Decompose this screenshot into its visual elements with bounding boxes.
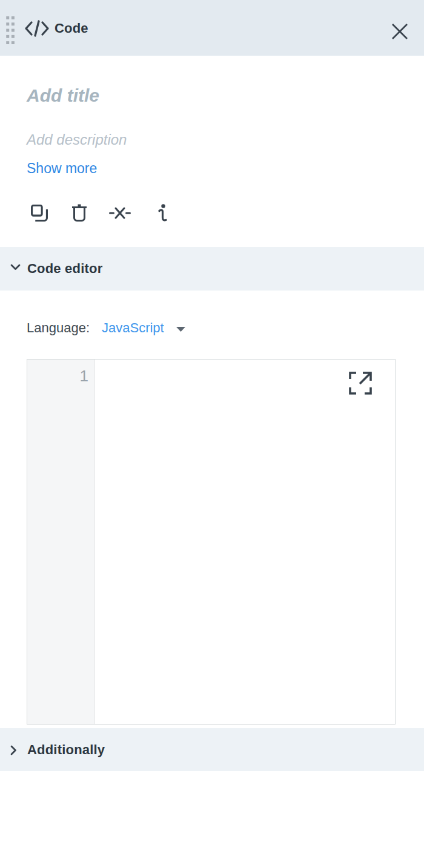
caret-down-icon <box>176 326 186 332</box>
delete-button[interactable] <box>66 200 93 226</box>
section-label: Code editor <box>27 247 102 291</box>
section-additionally[interactable]: Additionally <box>0 728 424 771</box>
language-dropdown[interactable]: JavaScript <box>102 320 186 336</box>
show-more-link[interactable]: Show more <box>27 160 97 177</box>
code-icon <box>24 19 50 38</box>
chevron-right-icon <box>10 745 17 755</box>
code-block-settings-panel: Code Add title Add description Show more <box>0 0 424 868</box>
fullscreen-button[interactable] <box>346 369 374 397</box>
drag-handle[interactable] <box>5 16 15 44</box>
code-input-area[interactable] <box>95 360 395 724</box>
block-title-input[interactable]: Add title <box>27 85 99 106</box>
close-button[interactable] <box>388 20 411 43</box>
block-description-input[interactable]: Add description <box>27 131 127 148</box>
cut-button[interactable] <box>107 200 133 226</box>
panel-header: Code <box>0 0 424 56</box>
code-editor-box: 1 <box>27 359 396 725</box>
line-number: 1 <box>80 367 88 386</box>
block-toolbar <box>0 200 424 226</box>
duplicate-button[interactable] <box>26 200 53 226</box>
language-label: Language: <box>27 320 90 336</box>
section-code-editor[interactable]: Code editor <box>0 247 424 291</box>
line-number-gutter: 1 <box>27 360 94 724</box>
info-icon <box>158 204 167 222</box>
expand-icon <box>349 372 372 395</box>
language-row: Language: JavaScript <box>0 320 424 338</box>
cut-icon <box>109 205 131 221</box>
info-button[interactable] <box>149 200 176 226</box>
language-value: JavaScript <box>102 320 164 336</box>
delete-icon <box>71 204 88 222</box>
chevron-down-icon <box>10 264 21 271</box>
drag-dots-icon <box>5 16 15 44</box>
duplicate-icon <box>31 205 48 222</box>
section-label: Additionally <box>27 728 105 771</box>
panel-title: Code <box>55 0 88 56</box>
close-icon <box>391 23 408 40</box>
